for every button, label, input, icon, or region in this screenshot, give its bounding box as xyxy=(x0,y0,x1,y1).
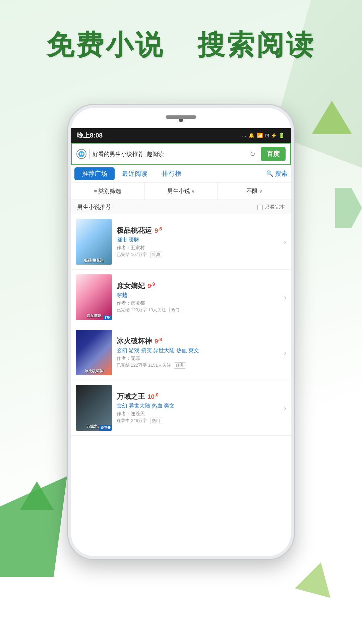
headline: 免费小说 搜索阅读 xyxy=(0,27,362,64)
checkbox-icon xyxy=(257,205,263,210)
chevron-right-icon-1: › xyxy=(284,238,286,246)
section-title: 男生小说推荐 xyxy=(77,203,111,211)
book-meta-2: 已完结 123万字 10人关注 热门 xyxy=(117,307,279,313)
battery-icon: ⊡ ⚡ 🔋 xyxy=(265,132,285,139)
tab-search[interactable]: 🔍 搜索 xyxy=(266,169,288,178)
search-divider xyxy=(89,149,90,159)
bg-triangle-1 xyxy=(312,101,352,134)
book-cover-3: 冰火破坏神 xyxy=(76,330,112,375)
bg-triangle-3 xyxy=(295,557,339,598)
book-title-3: 冰火破坏神 xyxy=(117,336,152,346)
section-header: 男生小说推荐 只看完本 xyxy=(71,200,291,214)
book-title-row-1: 极品桃花运 9.6 xyxy=(117,226,279,235)
tab-recent[interactable]: 最近阅读 xyxy=(115,165,155,182)
book-genre-2: 穿越 xyxy=(117,292,279,299)
bg-triangle-2 xyxy=(20,481,54,510)
phone-speaker xyxy=(166,115,196,119)
book-genre-3: 玄幻 游戏 搞笑 异世大陆 热血 爽文 xyxy=(117,347,279,354)
book-info-2: 庶女嫡妃 9.9 穿越 作者：夜凌都 已完结 123万字 10人关注 热门 xyxy=(117,281,279,313)
book-item-4[interactable]: 万域之王 逆苍天 万域之王 10.0 玄幻 异世大陆 热血 爽文 作者：逆苍天 … xyxy=(71,380,291,436)
search-query[interactable]: 好看的男生小说推荐_趣阅读 xyxy=(93,150,244,158)
book-tag-1: 经典 xyxy=(150,252,162,258)
chevron-right-icon-3: › xyxy=(284,349,286,357)
status-icons: ··· 🔔 📶 ⊡ ⚡ 🔋 xyxy=(242,132,285,139)
chevron-right-icon-4: › xyxy=(284,404,286,412)
chevron-down-icon: ∨ xyxy=(191,189,195,194)
book-title-row-2: 庶女嫡妃 9.9 xyxy=(117,281,279,290)
cover-label-2: 17K xyxy=(103,316,112,320)
book-title-1: 极品桃花运 xyxy=(117,226,152,235)
wifi-icon: 📶 xyxy=(257,132,263,139)
tab-recommend[interactable]: 推荐广场 xyxy=(74,167,115,180)
headline-part2: 搜索阅读 xyxy=(197,30,315,60)
filter-limit[interactable]: 不限 ∨ xyxy=(218,182,291,200)
phone-screen: 晚上8:08 ··· 🔔 📶 ⊡ ⚡ 🔋 🌐 好看的男生小说推荐_趣阅读 ↻ 百… xyxy=(71,128,291,556)
phone-outer: 晚上8:08 ··· 🔔 📶 ⊡ ⚡ 🔋 🌐 好看的男生小说推荐_趣阅读 ↻ 百… xyxy=(67,104,295,560)
status-time: 晚上8:08 xyxy=(77,131,103,140)
book-meta-3: 已完结 222万字 1151人关注 经典 xyxy=(117,362,279,369)
book-title-row-4: 万域之王 10.0 xyxy=(117,392,279,401)
book-author-2: 作者：夜凌都 xyxy=(117,300,279,306)
cover-label-4: 逆苍天 xyxy=(99,425,112,431)
filter-bar: ≡ 类别筛选 男生小说 ∨ 不限 ∨ xyxy=(71,182,291,200)
book-rating-1: 9.6 xyxy=(155,226,162,234)
filter-gender[interactable]: 男生小说 ∨ xyxy=(144,182,218,200)
cover-text-3: 冰火破坏神 xyxy=(77,369,111,373)
bell-icon: 🔔 xyxy=(248,132,255,139)
book-title-4: 万域之王 xyxy=(117,392,145,401)
book-genre-1: 都市 暖昧 xyxy=(117,236,279,244)
book-list: 极品 桃花运 极品桃花运 9.6 都市 暖昧 作者：五家村 已完结 167万字 … xyxy=(71,214,291,436)
baidu-search-button[interactable]: 百度 xyxy=(261,147,286,161)
book-tag-3: 经典 xyxy=(174,362,186,369)
tab-ranking[interactable]: 排行榜 xyxy=(155,165,189,182)
book-info-4: 万域之王 10.0 玄幻 异世大陆 热血 爽文 作者：逆苍天 连载中 246万字… xyxy=(117,392,279,424)
book-rating-2: 9.9 xyxy=(147,281,155,290)
book-tag-4: 热门 xyxy=(150,418,162,424)
book-cover-2: 庶女嫡妃 17K xyxy=(76,274,112,320)
phone-inner: 晚上8:08 ··· 🔔 📶 ⊡ ⚡ 🔋 🌐 好看的男生小说推荐_趣阅读 ↻ 百… xyxy=(71,108,291,556)
filter-category[interactable]: ≡ 类别筛选 xyxy=(71,182,144,200)
nav-tabs: 推荐广场 最近阅读 排行榜 🔍 搜索 xyxy=(71,165,291,182)
status-bar: 晚上8:08 ··· 🔔 📶 ⊡ ⚡ 🔋 xyxy=(71,128,291,143)
book-author-4: 作者：逆苍天 xyxy=(117,411,279,417)
book-info-1: 极品桃花运 9.6 都市 暖昧 作者：五家村 已完结 167万字 经典 xyxy=(117,226,279,258)
chevron-down-icon-2: ∨ xyxy=(259,189,262,194)
book-genre-4: 玄幻 异世大陆 热血 爽文 xyxy=(117,402,279,410)
search-icon: 🔍 xyxy=(266,170,274,177)
headline-part1: 免费小说 xyxy=(47,30,165,60)
book-author-1: 作者：五家村 xyxy=(117,245,279,251)
search-bar[interactable]: 🌐 好看的男生小说推荐_趣阅读 ↻ 百度 xyxy=(71,143,291,165)
book-cover-1: 极品 桃花运 xyxy=(76,219,112,265)
book-item-2[interactable]: 庶女嫡妃 17K 庶女嫡妃 9.9 穿越 作者：夜凌都 已完结 123万字 10… xyxy=(71,270,291,325)
book-title-2: 庶女嫡妃 xyxy=(117,281,145,290)
book-meta-4: 连载中 246万字 热门 xyxy=(117,418,279,424)
cover-text-1: 极品 桃花运 xyxy=(77,258,111,263)
phone-mockup: 晚上8:08 ··· 🔔 📶 ⊡ ⚡ 🔋 🌐 好看的男生小说推荐_趣阅读 ↻ 百… xyxy=(67,104,295,560)
book-meta-1: 已完结 167万字 经典 xyxy=(117,252,279,258)
signal-dots-icon: ··· xyxy=(242,133,246,139)
book-tag-2: 热门 xyxy=(169,307,181,313)
chevron-right-icon-2: › xyxy=(284,293,286,301)
book-title-row-3: 冰火破坏神 9.8 xyxy=(117,336,279,346)
globe-icon: 🌐 xyxy=(76,149,86,159)
book-item-3[interactable]: 冰火破坏神 冰火破坏神 9.8 玄幻 游戏 搞笑 异世大陆 热血 爽文 作者：无… xyxy=(71,325,291,380)
book-info-3: 冰火破坏神 9.8 玄幻 游戏 搞笑 异世大陆 热血 爽文 作者：无罪 已完结 … xyxy=(117,336,279,369)
book-rating-4: 10.0 xyxy=(147,392,159,400)
list-icon: ≡ xyxy=(94,188,97,194)
bg-decoration-bottom-left xyxy=(0,476,67,577)
refresh-icon[interactable]: ↻ xyxy=(247,148,258,160)
only-complete-checkbox[interactable]: 只看完本 xyxy=(257,204,285,210)
book-rating-3: 9.8 xyxy=(155,337,162,345)
book-item-1[interactable]: 极品 桃花运 极品桃花运 9.6 都市 暖昧 作者：五家村 已完结 167万字 … xyxy=(71,214,291,270)
bg-arrow-shape xyxy=(335,188,362,228)
book-cover-4: 万域之王 逆苍天 xyxy=(76,385,112,431)
book-author-3: 作者：无罪 xyxy=(117,356,279,362)
